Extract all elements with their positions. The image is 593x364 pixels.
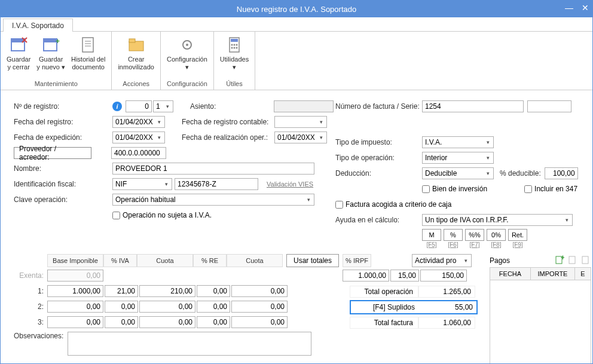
- idfiscal-tipo-combo[interactable]: NIF▾: [112, 178, 172, 190]
- fechaexped-input[interactable]: 01/04/20XX▾: [112, 131, 165, 143]
- row-label: 1:: [14, 287, 47, 295]
- pagos-add-icon[interactable]: +: [554, 255, 565, 265]
- proveedor-input[interactable]: [111, 147, 166, 159]
- svg-rect-23: [569, 256, 575, 264]
- info-icon[interactable]: i: [112, 102, 122, 111]
- pagos-body[interactable]: [490, 280, 591, 364]
- nregistro-b-combo[interactable]: 1▾: [153, 100, 173, 112]
- actividad-combo[interactable]: Actividad pro▾: [412, 254, 472, 267]
- title-bar: Nuevo registro de I.V.A. Soportado — ✕: [1, 1, 592, 17]
- cuota-input[interactable]: [139, 301, 195, 313]
- ribbon-crear-inmovilizado[interactable]: Crear inmovilizado: [115, 34, 157, 79]
- svg-point-17: [236, 44, 237, 46]
- total-fac-label: Total factura: [350, 317, 418, 329]
- numfactura-input[interactable]: [422, 100, 524, 112]
- tab-iva-soportado[interactable]: I.V.A. Soportado: [3, 19, 73, 32]
- irpf-base-input[interactable]: [343, 270, 389, 282]
- pagos-label: Pagos: [490, 256, 554, 265]
- pctdeducible-label: % deducible:: [500, 169, 541, 178]
- hdr-cuota: Cuota: [137, 254, 193, 267]
- pctiva-input[interactable]: [105, 301, 138, 313]
- svg-point-20: [236, 47, 237, 49]
- nombre-input[interactable]: [112, 163, 314, 175]
- pagos-edit-icon[interactable]: [567, 255, 578, 265]
- ribbon-configuracion[interactable]: Configuración ▾: [164, 34, 210, 79]
- grid-row: 1:Total operación1.265,00: [14, 284, 486, 298]
- proveedor-button[interactable]: Proveedor / acreedor:: [14, 147, 91, 159]
- claveop-label: Clave operación:: [14, 195, 112, 204]
- irpf-pct-input[interactable]: [390, 270, 419, 282]
- fechareal-input[interactable]: 01/04/20XX▾: [274, 131, 327, 143]
- row-label: 2:: [14, 302, 47, 311]
- pctre-input[interactable]: [197, 301, 230, 313]
- svg-rect-24: [582, 256, 588, 264]
- cuota2-input[interactable]: [231, 316, 288, 328]
- ribbon-utilidades[interactable]: Utilidades ▾: [218, 34, 251, 79]
- calc-pctpct-button[interactable]: %%: [465, 229, 484, 241]
- gear-icon: [178, 35, 197, 54]
- irpf-val-input[interactable]: [420, 270, 467, 282]
- tipoimpuesto-combo[interactable]: I.V.A.▾: [422, 136, 494, 148]
- tipooperacion-combo[interactable]: Interior▾: [422, 152, 494, 164]
- suplidos-label[interactable]: [F4] Suplidos: [351, 301, 420, 313]
- fecharegistro-input[interactable]: 01/04/20XX▾: [112, 116, 165, 128]
- calc-0pct-button[interactable]: 0%: [487, 229, 506, 241]
- cuota-input[interactable]: [139, 316, 195, 328]
- usar-totales-button[interactable]: Usar totales: [286, 254, 339, 267]
- grid-row: 2:[F4] Suplidos55,00: [14, 299, 486, 314]
- total-fac-value: 1.060,00: [418, 317, 475, 329]
- incluir347-checkbox[interactable]: Incluir en 347: [524, 185, 577, 193]
- ribbon-guardar-nuevo[interactable]: + Guardar y nuevo ▾: [34, 34, 68, 79]
- claveop-combo[interactable]: Operación habitual▾: [112, 194, 314, 206]
- asiento-label: Asiento:: [190, 102, 274, 111]
- nregistro-a-input[interactable]: [126, 100, 152, 112]
- asiento-input: [274, 100, 334, 112]
- base-input[interactable]: [47, 285, 103, 297]
- svg-rect-14: [231, 39, 238, 42]
- hdr-pctiva: % IVA: [103, 254, 137, 267]
- ribbon-guardar-cerrar[interactable]: Guardar y cerrar: [4, 34, 33, 79]
- cuota2-input[interactable]: [231, 285, 288, 297]
- calc-pct-button[interactable]: %: [444, 229, 463, 241]
- base-input[interactable]: [47, 316, 103, 328]
- deduccion-combo[interactable]: Deducible▾: [422, 167, 494, 179]
- svg-point-19: [233, 47, 235, 49]
- calc-m-button[interactable]: M: [422, 229, 441, 241]
- ribbon: Guardar y cerrar + Guardar y nuevo ▾ His…: [1, 32, 592, 90]
- pagos-del-icon[interactable]: [580, 255, 591, 265]
- fechacontable-input[interactable]: ▾: [274, 116, 327, 128]
- fechareal-label: Fecha de realización oper.:: [182, 133, 274, 142]
- idfiscal-num-input[interactable]: [175, 178, 258, 190]
- serie-input[interactable]: [527, 100, 571, 112]
- facturacriterio-checkbox[interactable]: Factura acogida a criterio de caja: [335, 200, 451, 209]
- validacion-vies-link[interactable]: Validación VIES: [267, 181, 313, 188]
- pctre-input[interactable]: [197, 316, 230, 328]
- pctre-input[interactable]: [197, 285, 230, 297]
- close-icon[interactable]: ✕: [582, 3, 589, 13]
- calculator-icon: [225, 35, 244, 54]
- tipooperacion-label: Tipo de operación:: [335, 154, 422, 162]
- deduccion-label: Deducción:: [335, 169, 422, 178]
- ribbon-historial[interactable]: Historial del documento: [69, 34, 108, 79]
- calc-ret-button[interactable]: Ret.: [508, 229, 527, 241]
- ayudacalculo-label: Ayuda en el cálculo:: [335, 216, 422, 224]
- svg-text:+: +: [561, 255, 564, 262]
- opnosujeta-checkbox[interactable]: Operación no sujeta a I.V.A.: [112, 211, 212, 219]
- pctdeducible-input[interactable]: [545, 167, 578, 179]
- cuota-input[interactable]: [139, 285, 195, 297]
- svg-point-18: [231, 47, 233, 49]
- pctiva-input[interactable]: [105, 316, 138, 328]
- observaciones-label: Observaciones:: [14, 332, 68, 340]
- save-new-icon: +: [41, 35, 60, 54]
- minimize-icon[interactable]: —: [565, 3, 573, 13]
- save-close-icon: [9, 35, 28, 54]
- hdr-pctirpf: % IRPF: [343, 254, 371, 267]
- bieninversion-checkbox[interactable]: Bien de inversión: [422, 185, 487, 193]
- pctiva-input[interactable]: [105, 285, 138, 297]
- cuota2-input[interactable]: [231, 301, 288, 313]
- base-input[interactable]: [47, 301, 103, 313]
- window-title: Nuevo registro de I.V.A. Soportado: [237, 5, 356, 14]
- suplidos-value[interactable]: 55,00: [420, 301, 476, 313]
- ayudacalculo-combo[interactable]: Un tipo de IVA con I.R.P.F.▾: [422, 214, 573, 226]
- observaciones-input[interactable]: [68, 332, 311, 356]
